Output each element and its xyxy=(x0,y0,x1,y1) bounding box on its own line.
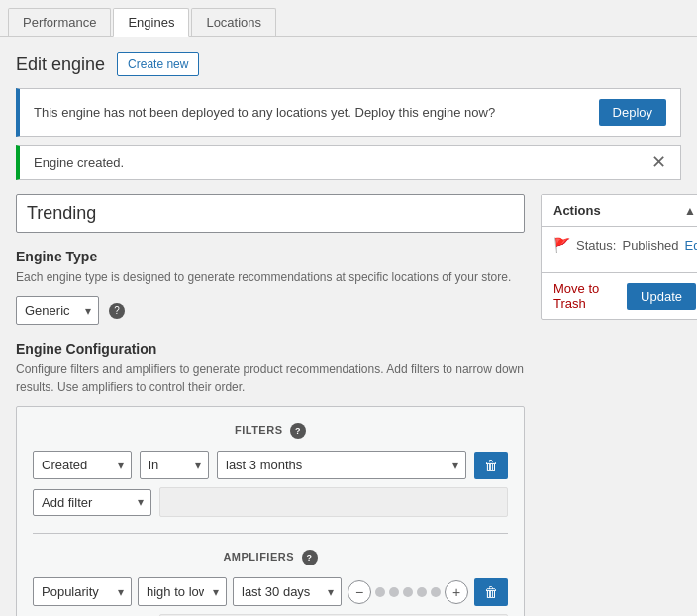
filter-delete-button[interactable]: 🗑 xyxy=(474,452,508,479)
add-filter-wrap: Add filter xyxy=(33,489,151,516)
add-filter-row: Add filter xyxy=(33,487,508,517)
deploy-alert: This engine has not been deployed to any… xyxy=(16,88,681,137)
add-filter-placeholder xyxy=(159,487,508,517)
status-value: Published xyxy=(622,238,678,253)
success-notice: Engine created. ✕ xyxy=(16,145,681,180)
engine-type-help-icon: ? xyxy=(109,303,125,319)
amp-field-wrap: Popularity xyxy=(33,577,132,606)
filter-field-select[interactable]: Created xyxy=(33,451,132,479)
main-column: Engine Type Each engine type is designed… xyxy=(16,194,525,616)
tab-engines[interactable]: Engines xyxy=(113,8,189,37)
engine-type-title: Engine Type xyxy=(16,249,525,264)
dot-3 xyxy=(403,587,413,597)
dot-1 xyxy=(375,587,385,597)
edit-header: Edit engine Create new xyxy=(16,52,681,76)
tab-locations[interactable]: Locations xyxy=(191,8,276,36)
actions-body: 🚩 Status: Published Edit xyxy=(542,227,697,272)
engine-type-section: Engine Type Each engine type is designed… xyxy=(16,249,525,325)
amp-period-select[interactable]: last 30 days xyxy=(233,577,342,606)
engine-type-description: Each engine type is designed to generate… xyxy=(16,268,525,286)
filters-label: FILTERS ? xyxy=(33,423,508,439)
amp-decrease-button[interactable]: − xyxy=(348,580,371,604)
status-icon: 🚩 xyxy=(553,237,570,253)
amp-direction-select[interactable]: high to low xyxy=(138,577,227,606)
engine-config-section: Engine Configuration Configure filters a… xyxy=(16,341,525,616)
engine-type-select-wrap: Generic xyxy=(16,296,99,325)
actions-footer: Move to Trash Update xyxy=(542,272,697,319)
engine-config-title: Engine Configuration xyxy=(16,341,525,357)
amplifier-row: Popularity high to low last 30 days xyxy=(33,577,508,606)
side-column: Actions ▲ 🚩 Status: Published Edit Move … xyxy=(541,194,697,320)
actions-box: Actions ▲ 🚩 Status: Published Edit Move … xyxy=(541,194,697,320)
deploy-alert-message: This engine has not been deployed to any… xyxy=(34,105,495,120)
filter-operator-wrap: in xyxy=(140,451,209,479)
amp-period-wrap: last 30 days xyxy=(233,577,342,606)
filter-value-wrap: last 3 months xyxy=(217,451,466,479)
filters-amplifiers-divider xyxy=(33,533,508,534)
filters-help-icon: ? xyxy=(290,423,306,439)
engine-config-description: Configure filters and amplifiers to gene… xyxy=(16,360,525,396)
page-wrapper: Performance Engines Locations Edit engin… xyxy=(0,0,697,616)
main-content: Edit engine Create new This engine has n… xyxy=(0,37,697,616)
update-button[interactable]: Update xyxy=(627,283,696,310)
create-new-button[interactable]: Create new xyxy=(117,52,199,76)
dot-5 xyxy=(431,587,441,597)
content-area: Engine Type Each engine type is designed… xyxy=(16,194,681,616)
engine-type-select[interactable]: Generic xyxy=(16,296,99,325)
success-message: Engine created. xyxy=(34,155,124,170)
dot-2 xyxy=(389,587,399,597)
actions-title: Actions xyxy=(553,203,601,218)
deploy-button[interactable]: Deploy xyxy=(599,99,666,126)
add-filter-select[interactable]: Add filter xyxy=(33,489,151,516)
amp-increase-button[interactable]: + xyxy=(445,580,468,604)
amp-dots: − + xyxy=(348,580,468,604)
close-notice-button[interactable]: ✕ xyxy=(651,154,666,171)
amp-direction-wrap: high to low xyxy=(138,577,227,606)
amp-field-select[interactable]: Popularity xyxy=(33,577,132,606)
amplifiers-label: AMPLIFIERS ? xyxy=(33,550,508,565)
actions-chevron-icon: ▲ xyxy=(684,204,696,218)
amplifiers-help-icon: ? xyxy=(302,550,318,565)
filter-field-wrap: Created xyxy=(33,451,132,479)
filter-value-select[interactable]: last 3 months xyxy=(217,451,466,479)
filter-operator-select[interactable]: in xyxy=(140,451,209,479)
config-box: FILTERS ? Created xyxy=(16,406,525,616)
tab-performance[interactable]: Performance xyxy=(8,8,111,36)
filter-row: Created in last 3 months xyxy=(33,451,508,479)
move-to-trash-link[interactable]: Move to Trash xyxy=(553,281,627,311)
engine-name-input[interactable] xyxy=(16,194,525,233)
tab-bar: Performance Engines Locations xyxy=(0,0,697,37)
status-row: 🚩 Status: Published Edit xyxy=(553,237,696,253)
actions-header[interactable]: Actions ▲ xyxy=(542,195,697,227)
page-title: Edit engine xyxy=(16,54,105,75)
status-label: Status: xyxy=(576,238,616,253)
dot-4 xyxy=(417,587,427,597)
amp-delete-button[interactable]: 🗑 xyxy=(474,578,508,606)
status-edit-link[interactable]: Edit xyxy=(685,238,697,253)
